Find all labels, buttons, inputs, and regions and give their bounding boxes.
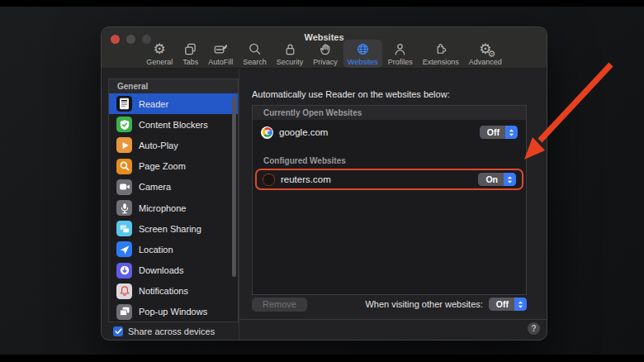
- person-icon: [392, 41, 408, 57]
- search-icon: [247, 41, 263, 57]
- tab-general[interactable]: ⚙ General: [142, 40, 177, 68]
- gear-icon: ⚙: [154, 41, 166, 57]
- share-devices-checkbox[interactable]: [113, 326, 123, 336]
- play-icon: [116, 137, 132, 153]
- microphone-icon: [116, 200, 132, 216]
- share-across-devices: Share across devices: [113, 326, 215, 336]
- globe-icon: [355, 41, 371, 57]
- tab-autofill[interactable]: AutoFill: [204, 40, 237, 68]
- list-controls: Remove When visiting other websites: Off: [252, 297, 527, 312]
- sidebar-item-downloads[interactable]: Downloads: [109, 260, 238, 281]
- reuters-favicon: [263, 174, 275, 186]
- safari-settings-window: Websites ⚙ General Tabs AutoFill: [101, 26, 547, 341]
- site-row-reuters[interactable]: reuters.com On: [257, 170, 522, 188]
- hand-icon: [318, 41, 334, 57]
- reader-settings-pane: Automatically use Reader on the websites…: [239, 69, 547, 340]
- bell-icon: [116, 283, 132, 299]
- sidebar-item-screen-sharing[interactable]: Screen Sharing: [109, 218, 238, 239]
- magnifier-icon: [116, 159, 132, 174]
- tab-profiles[interactable]: Profiles: [384, 40, 417, 68]
- sidebar-item-microphone[interactable]: Microphone: [109, 198, 238, 218]
- sidebar-item-notifications[interactable]: Notifications: [109, 281, 238, 302]
- sidebar-item-content-blockers[interactable]: Content Blockers: [109, 114, 238, 135]
- lock-icon: [282, 41, 298, 57]
- sidebar-item-reader[interactable]: Reader: [109, 93, 238, 114]
- remove-button[interactable]: Remove: [252, 298, 307, 312]
- sidebar-item-location[interactable]: Location: [109, 239, 238, 260]
- screens-icon: [116, 221, 132, 236]
- reuters-reader-select[interactable]: On: [478, 173, 516, 186]
- sidebar-item-pop-up-windows[interactable]: Pop-up Windows: [109, 302, 238, 322]
- sidebar-section-header: General: [109, 79, 238, 93]
- sidebar-scrollbar[interactable]: [232, 97, 236, 277]
- sidebar-item-auto-play[interactable]: Auto-Play: [109, 135, 238, 155]
- stepper-icon: [505, 126, 518, 139]
- currently-open-header: Currently Open Websites: [253, 106, 526, 120]
- tab-extensions[interactable]: Extensions: [419, 40, 463, 68]
- other-websites-select[interactable]: Off: [489, 298, 527, 311]
- footer-divider: [239, 319, 547, 320]
- titlebar: Websites ⚙ General Tabs AutoFill: [102, 27, 547, 69]
- google-reader-select[interactable]: Off: [480, 126, 518, 139]
- settings-content: General Reader Content Blockers: [102, 69, 547, 340]
- tab-privacy[interactable]: Privacy: [309, 40, 342, 68]
- settings-toolbar: ⚙ General Tabs AutoFill: [102, 40, 547, 68]
- site-row-google[interactable]: google.com Off: [253, 120, 526, 145]
- when-visiting-label: When visiting other websites:: [365, 299, 482, 309]
- tab-search[interactable]: Search: [239, 40, 271, 68]
- tab-security[interactable]: Security: [272, 40, 308, 68]
- sidebar-item-page-zoom[interactable]: Page Zoom: [109, 156, 238, 177]
- websites-list: Currently Open Websites google.com Off: [252, 105, 527, 295]
- pane-heading: Automatically use Reader on the websites…: [252, 89, 450, 99]
- websites-sidebar: General Reader Content Blockers: [108, 79, 239, 322]
- help-button[interactable]: ?: [528, 322, 540, 335]
- video-camera-icon: [116, 179, 132, 195]
- gears-icon: ⚙⚙: [479, 41, 491, 57]
- tab-advanced[interactable]: ⚙⚙ Advanced: [465, 40, 506, 68]
- tab-tabs[interactable]: Tabs: [178, 40, 202, 68]
- reader-icon: [116, 96, 132, 112]
- puzzle-icon: [433, 41, 448, 57]
- configured-websites-header: Configured Websites: [253, 155, 526, 167]
- tabs-icon: [182, 41, 198, 57]
- tab-websites[interactable]: Websites: [343, 40, 382, 68]
- stepper-icon: [514, 298, 527, 311]
- sidebar-item-camera[interactable]: Camera: [109, 177, 238, 198]
- stepper-icon: [504, 173, 516, 186]
- popup-windows-icon: [116, 304, 132, 320]
- download-circle-icon: [116, 263, 132, 279]
- navigation-arrow-icon: [116, 241, 132, 257]
- annotation-outline: reuters.com On: [255, 169, 523, 190]
- google-favicon: [261, 126, 273, 139]
- desktop-background: Websites ⚙ General Tabs AutoFill: [0, 7, 644, 355]
- autofill-icon: [213, 41, 229, 57]
- shield-check-icon: [116, 117, 132, 132]
